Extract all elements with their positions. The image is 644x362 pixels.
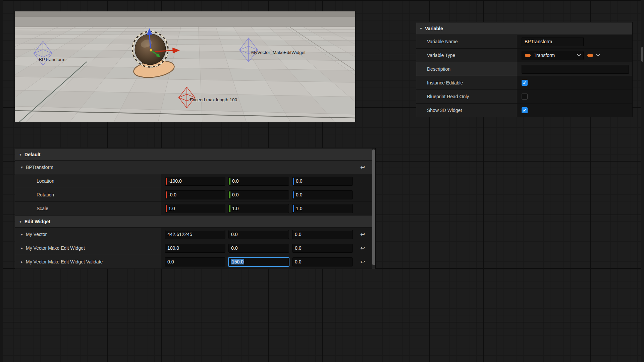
details-scrollbar[interactable] — [372, 148, 375, 269]
my-vector-y-field[interactable]: 0.0 — [228, 230, 289, 239]
show-3d-widget-checkbox[interactable]: ✓ — [522, 107, 528, 113]
horizon-band — [15, 11, 355, 17]
description-row: Description — [416, 62, 632, 76]
location-row: Location -100.0 0.0 0.0 — [15, 174, 372, 188]
reset-to-default-button[interactable]: ↩ — [360, 232, 365, 237]
window-left-edge — [0, 0, 3, 362]
blueprint-read-only-label: Blueprint Read Only — [416, 90, 517, 103]
x-axis-arrow[interactable] — [155, 51, 174, 51]
expand-triangle-icon[interactable]: ▸ — [21, 246, 23, 250]
instance-editable-checkbox[interactable]: ✓ — [522, 80, 528, 86]
reset-to-default-button[interactable]: ↩ — [360, 165, 365, 170]
container-type-pill-icon[interactable] — [587, 54, 593, 57]
collapse-triangle-icon: ▾ — [19, 220, 21, 224]
mvmew-x-field[interactable]: 100.0 — [165, 244, 225, 253]
details-scrollbar-thumb[interactable] — [372, 149, 375, 265]
my-vector-label: My Vector — [26, 232, 47, 237]
category-header-edit-widget[interactable]: ▾ Edit Widget — [15, 216, 372, 228]
instance-editable-row: Instance Editable ✓ — [416, 76, 632, 89]
reset-to-default-button[interactable]: ↩ — [360, 245, 365, 251]
collapse-triangle-icon: ▾ — [19, 153, 21, 157]
floor-checker-bands — [15, 31, 355, 114]
blueprint-read-only-checkbox[interactable] — [522, 94, 528, 100]
mvmewv-z-field[interactable]: 0.0 — [292, 257, 353, 266]
variable-name-label: Variable Name — [416, 35, 517, 48]
transform-type-pill-icon — [525, 54, 531, 57]
location-y-field[interactable]: 0.0 — [228, 177, 289, 186]
bptransform-property-label: BPTransform — [26, 165, 53, 170]
variable-section-header[interactable]: ▾ Variable — [416, 22, 632, 35]
show-3d-widget-label: Show 3D Widget — [416, 104, 517, 117]
bptransform-property-row: ▾ BPTransform ↩ — [15, 161, 372, 174]
blueprint-read-only-row: Blueprint Read Only — [416, 89, 632, 103]
check-icon: ✓ — [523, 108, 527, 113]
scale-row: Scale 1.0 1.0 1.0 — [15, 202, 372, 216]
graph-scrollbar-thumb[interactable] — [641, 47, 643, 62]
expand-triangle-icon[interactable]: ▸ — [21, 260, 23, 264]
location-z-field[interactable]: 0.0 — [292, 177, 353, 186]
chevron-down-icon — [577, 53, 581, 56]
category-title: Default — [24, 152, 40, 157]
scale-z-field[interactable]: 1.0 — [292, 204, 353, 213]
expand-triangle-icon[interactable]: ▾ — [21, 165, 23, 169]
instance-editable-label: Instance Editable — [416, 76, 517, 89]
expand-triangle-icon[interactable]: ▸ — [21, 232, 23, 236]
rotation-x-field[interactable]: -0.0 — [165, 190, 225, 199]
collapse-triangle-icon: ▾ — [420, 26, 422, 31]
widget-label-myvector: MyVector_MakeEditWidget — [251, 50, 306, 55]
my-vector-make-edit-widget-validate-label: My Vector Make Edit Widget Validate — [26, 259, 103, 264]
my-vector-make-edit-widget-validate-row: ▸ My Vector Make Edit Widget Validate 0.… — [15, 255, 372, 269]
widget-label-exceed-max: Exceed max length:100 — [190, 97, 237, 102]
scale-label: Scale — [15, 202, 161, 215]
viewport-render: BPTransform MyVector_MakeEditWidget Exce… — [15, 11, 355, 122]
container-type-chevron-icon[interactable] — [596, 53, 600, 56]
default-value-details-panel: ▾ Default ▾ BPTransform ↩ Location -100.… — [15, 148, 376, 269]
description-input[interactable] — [522, 65, 629, 74]
reset-to-default-button[interactable]: ↩ — [360, 259, 365, 265]
rotation-y-field[interactable]: 0.0 — [228, 190, 289, 199]
variable-type-row: Variable Type Transform — [416, 48, 632, 62]
selected-text: 150.0 — [231, 259, 244, 264]
rotation-row: Rotation -0.0 0.0 0.0 — [15, 188, 372, 202]
check-icon: ✓ — [523, 80, 527, 85]
rotation-label: Rotation — [15, 188, 161, 201]
variable-name-input[interactable] — [522, 37, 584, 46]
mvmewv-y-field-focused[interactable]: 150.0 — [228, 257, 289, 266]
variable-type-label: Variable Type — [416, 49, 517, 62]
description-label: Description — [416, 62, 517, 76]
variable-type-value: Transform — [534, 53, 575, 58]
variable-section-title: Variable — [425, 26, 443, 31]
my-vector-make-edit-widget-row: ▸ My Vector Make Edit Widget 100.0 0.0 0… — [15, 241, 372, 255]
mvmew-z-field[interactable]: 0.0 — [292, 244, 353, 253]
my-vector-z-field[interactable]: 0.0 — [292, 230, 353, 239]
z-axis-arrow[interactable] — [150, 34, 150, 48]
widget-label-bptransform: BPTransform — [39, 57, 65, 62]
mvmewv-x-field[interactable]: 0.0 — [165, 257, 225, 266]
location-label: Location — [15, 174, 161, 188]
mvmew-y-field[interactable]: 0.0 — [228, 244, 289, 253]
category-title: Edit Widget — [24, 219, 50, 224]
rotation-z-field[interactable]: 0.0 — [292, 190, 353, 199]
variable-details-panel: ▾ Variable Variable Name Variable Type T… — [416, 22, 633, 117]
my-vector-x-field[interactable]: 442.612245 — [165, 230, 225, 239]
location-x-field[interactable]: -100.0 — [165, 177, 225, 186]
my-vector-row: ▸ My Vector 442.612245 0.0 0.0 ↩ — [15, 228, 372, 241]
category-header-default[interactable]: ▾ Default — [15, 148, 372, 161]
variable-type-dropdown[interactable]: Transform — [522, 51, 584, 60]
scale-x-field[interactable]: 1.0 — [165, 204, 225, 213]
gizmo-origin-dot[interactable] — [150, 49, 152, 52]
scale-y-field[interactable]: 1.0 — [228, 204, 289, 213]
graph-right-scrollbar[interactable] — [641, 0, 644, 362]
show-3d-widget-row: Show 3D Widget ✓ — [416, 103, 632, 117]
my-vector-make-edit-widget-label: My Vector Make Edit Widget — [26, 245, 85, 251]
3d-viewport[interactable]: BPTransform MyVector_MakeEditWidget Exce… — [15, 11, 355, 122]
variable-name-row: Variable Name — [416, 35, 632, 48]
